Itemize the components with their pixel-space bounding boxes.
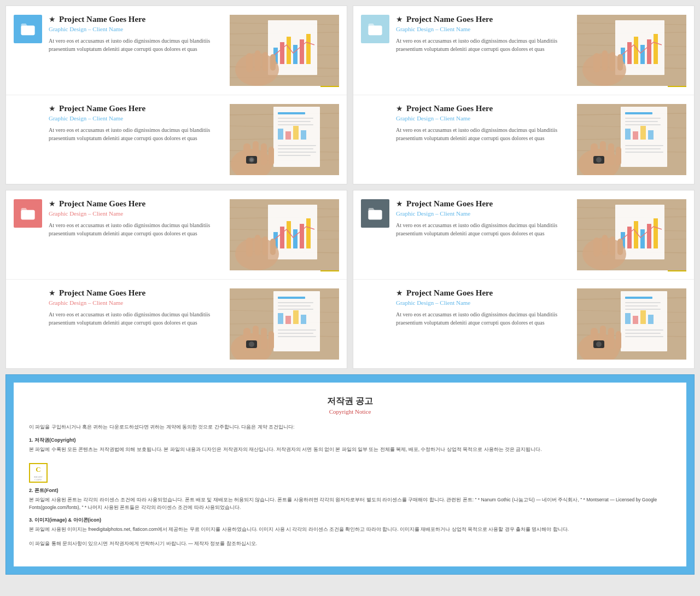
svg-rect-55 xyxy=(634,37,638,64)
copyright-section3-text: 본 파일에 사용된 이미지는 freedigitalphotos.net, fl… xyxy=(29,526,671,534)
svg-rect-142 xyxy=(654,218,658,248)
svg-rect-162 xyxy=(625,329,663,331)
svg-rect-147 xyxy=(617,239,623,255)
svg-rect-117 xyxy=(285,316,291,324)
svg-rect-56 xyxy=(640,45,645,64)
svg-rect-156 xyxy=(625,305,658,306)
card-2: ★ Project Name Goes Here Graphic Design … xyxy=(353,5,695,184)
card-1: ★ Project Name Goes Here Graphic Design … xyxy=(5,5,347,184)
svg-rect-13 xyxy=(306,34,311,64)
star-icon-1-2: ★ xyxy=(49,104,56,113)
svg-rect-61 xyxy=(602,50,608,71)
row-1: ★ Project Name Goes Here Graphic Design … xyxy=(5,5,695,184)
svg-rect-103 xyxy=(255,235,260,256)
copyright-section2-text: 본 파일에 사용된 폰트는 각각의 라이센스 조건에 따라 사용되었습니다. 폰… xyxy=(29,496,671,511)
svg-rect-29 xyxy=(278,124,313,125)
svg-rect-163 xyxy=(625,333,661,334)
svg-rect-99 xyxy=(300,224,304,248)
chart-svg-1-1 xyxy=(230,15,339,86)
project-image-1-1 xyxy=(230,15,339,86)
svg-rect-28 xyxy=(278,121,311,122)
copyright-inner: 저작권 공고 Copyright Notice 이 파일을 구입하시거나 혹은 … xyxy=(14,383,686,566)
svg-rect-60 xyxy=(593,53,600,72)
svg-rect-159 xyxy=(633,316,638,324)
project-image-1-2 xyxy=(230,104,339,175)
project-block-4-2: ★ Project Name Goes Here Graphic Design … xyxy=(353,279,694,368)
project-image-3-1 xyxy=(230,199,339,270)
project-block-1-1: ★ Project Name Goes Here Graphic Design … xyxy=(6,6,347,95)
svg-rect-80 xyxy=(625,152,663,153)
desc-3-1: At vero eos et accusamus et iusto odio d… xyxy=(49,221,223,238)
svg-rect-112 xyxy=(278,297,305,299)
subtitle-4-2: Graphic Design – Client Name xyxy=(396,299,570,306)
svg-rect-113 xyxy=(278,302,313,303)
desc-2-2: At vero eos et accusamus et iusto odio d… xyxy=(396,126,570,142)
folder-icon-blue xyxy=(14,15,42,43)
svg-rect-26 xyxy=(278,112,305,114)
project-info-3-2: ★ Project Name Goes Here Graphic Design … xyxy=(49,288,223,360)
subtitle-4-1: Graphic Design – Client Name xyxy=(396,210,570,217)
svg-rect-31 xyxy=(285,131,291,140)
copyright-section1-text: 본 파일에 수록된 모든 콘텐츠는 저작권법에 의해 보호됩니다. 본 파일의 … xyxy=(29,446,671,454)
svg-rect-73 xyxy=(625,124,661,125)
desc-1-1: At vero eos et accusamus et iusto odio d… xyxy=(49,37,223,53)
svg-rect-9 xyxy=(280,42,284,64)
svg-rect-114 xyxy=(278,305,311,306)
svg-point-87 xyxy=(596,157,602,163)
svg-rect-85 xyxy=(616,147,621,165)
svg-rect-41 xyxy=(261,143,267,165)
svg-rect-37 xyxy=(278,155,311,156)
svg-rect-79 xyxy=(625,148,661,149)
project-block-1-2: ★ Project Name Goes Here Graphic Design … xyxy=(6,95,347,184)
title-row-2-1: ★ Project Name Goes Here xyxy=(396,15,570,24)
row-copyright: 저작권 공고 Copyright Notice 이 파일을 구입하시거나 혹은 … xyxy=(5,374,695,575)
svg-rect-160 xyxy=(640,310,646,324)
project-image-4-1 xyxy=(577,199,686,270)
svg-rect-97 xyxy=(287,221,291,248)
project-block-3-1: ★ Project Name Goes Here Graphic Design … xyxy=(6,190,347,279)
svg-rect-169 xyxy=(616,331,621,350)
svg-rect-119 xyxy=(301,315,306,324)
svg-rect-57 xyxy=(647,39,651,64)
svg-rect-146 xyxy=(610,236,615,256)
title-row-4-2: ★ Project Name Goes Here xyxy=(396,288,570,298)
title-row-1-1: ★ Project Name Goes Here xyxy=(49,15,223,24)
svg-rect-140 xyxy=(640,229,645,248)
desc-4-1: At vero eos et accusamus et iusto odio d… xyxy=(396,221,570,238)
svg-rect-141 xyxy=(647,224,651,248)
svg-rect-11 xyxy=(293,45,298,64)
svg-rect-139 xyxy=(634,221,638,248)
project-title-4-1: Project Name Goes Here xyxy=(406,199,493,209)
copyright-badge: C RIGHTCOPY xyxy=(29,463,48,483)
svg-rect-158 xyxy=(625,313,631,324)
title-row-1-2: ★ Project Name Goes Here xyxy=(49,104,223,113)
copyright-title-kr: 저작권 공고 xyxy=(29,396,671,407)
project-title-1-1: Project Name Goes Here xyxy=(59,15,145,24)
copyright-section3-title: 3. 이미지(image) & 아이콘(icon) xyxy=(29,517,671,524)
subtitle-3-1: Graphic Design – Client Name xyxy=(49,210,223,217)
svg-rect-104 xyxy=(262,236,268,256)
svg-rect-36 xyxy=(278,152,316,153)
project-block-4-1: ★ Project Name Goes Here Graphic Design … xyxy=(353,190,694,279)
subtitle-3-2: Graphic Design – Client Name xyxy=(49,299,223,306)
svg-point-45 xyxy=(250,158,253,161)
svg-rect-35 xyxy=(278,148,313,149)
svg-rect-63 xyxy=(617,54,623,71)
svg-rect-54 xyxy=(627,42,632,64)
project-title-3-1: Project Name Goes Here xyxy=(59,199,145,209)
svg-rect-118 xyxy=(293,310,299,324)
svg-rect-58 xyxy=(654,34,658,64)
project-info-1-1: ★ Project Name Goes Here Graphic Design … xyxy=(49,15,223,86)
folder-icon-pink xyxy=(14,199,42,228)
svg-rect-12 xyxy=(300,39,304,64)
project-title-1-2: Project Name Goes Here xyxy=(59,104,145,113)
badge-c-letter: C xyxy=(30,464,46,476)
project-image-4-2 xyxy=(577,288,686,360)
star-icon-3-2: ★ xyxy=(49,288,56,298)
svg-point-171 xyxy=(596,342,602,347)
star-icon-3-1: ★ xyxy=(49,199,56,209)
chart-svg-1-2 xyxy=(230,104,339,175)
svg-rect-76 xyxy=(640,126,646,140)
svg-rect-155 xyxy=(625,302,661,303)
project-title-2-2: Project Name Goes Here xyxy=(406,104,493,113)
